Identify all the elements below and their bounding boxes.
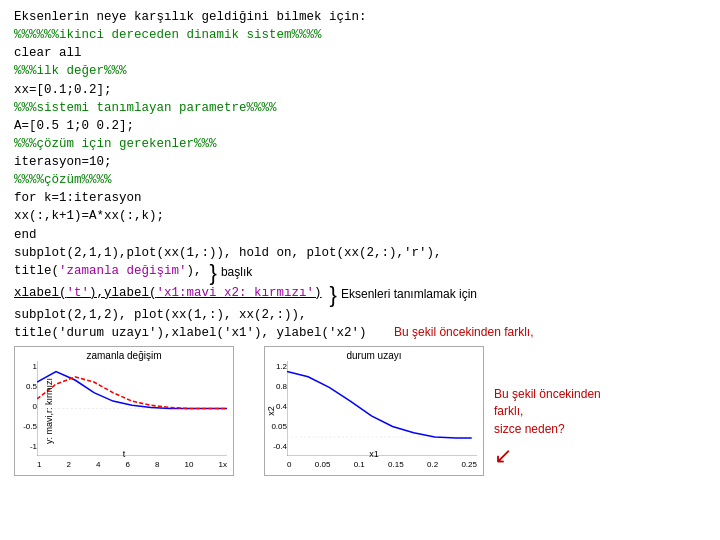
for-loop: for k=1:iterasyon (14, 191, 142, 205)
plot2-svg (287, 361, 477, 456)
title-string: 'zamanla değişim' (59, 264, 187, 278)
plot2-xlabel: x1 (369, 448, 379, 461)
code-block: Eksenlerin neye karşılık geldiğini bilme… (14, 8, 706, 342)
code-line12: end (14, 226, 706, 244)
code-line16: subplot(2,1,2), plot(xx(1,:), xx(2,:)), (14, 306, 706, 324)
comment1: %%%%%%ikinci dereceden dinamik sistem%%%… (14, 28, 322, 42)
subplot2-title: title('durum uzayı'),xlabel('x1'), ylabe… (14, 326, 367, 340)
eksen-annotation: } Eksenleri tanımlamak için (330, 284, 477, 306)
code-line1: %%%%%%ikinci dereceden dinamik sistem%%%… (14, 26, 706, 44)
comment9: %%%%çözüm%%%% (14, 173, 112, 187)
comment3: %%%ilk değer%%% (14, 64, 127, 78)
ylabel-close: ) (314, 286, 322, 300)
intro-line: Eksenlerin neye karşılık geldiğini bilme… (14, 8, 706, 26)
plot1: zamanla değişim 1 0.5 0 -0.5 -1 1 2 (14, 346, 234, 476)
main-content: Eksenlerin neye karşılık geldiğini bilme… (0, 0, 720, 484)
code-line17-wrapper: title('durum uzayı'),xlabel('x1'), ylabe… (14, 324, 706, 342)
eksen-label: Eksenleri tanımlamak için (341, 286, 477, 303)
plots-row: zamanla değişim 1 0.5 0 -0.5 -1 1 2 (14, 346, 706, 476)
xlabel-call: xlabel('t'),ylabel( (14, 286, 157, 300)
code-line6: A=[0.5 1;0 0.2]; (14, 117, 706, 135)
code-line15: xlabel('t'),ylabel('x1:mavi x2: kırmızı'… (14, 284, 322, 302)
intro-text: Eksenlerin neye karşılık geldiğini bilme… (14, 10, 367, 24)
comment5: %%%sistemi tanımlayan parametre%%%% (14, 101, 277, 115)
code-line15-wrapper: xlabel('t'),ylabel('x1:mavi x2: kırmızı'… (14, 284, 706, 306)
subplot1-plot: subplot(2,1,1),plot(xx(1,:)), hold on, p… (14, 246, 442, 260)
baslik-label: başlık (221, 264, 252, 281)
code-line2: clear all (14, 44, 706, 62)
title-call-open: title( (14, 264, 59, 278)
baslik-annotation: } başlık (210, 262, 253, 284)
code-line14-wrapper: title('zamanla değişim'), } başlık (14, 262, 706, 284)
code-line9: %%%%çözüm%%%% (14, 171, 706, 189)
arrow-down-icon: ↙ (494, 440, 624, 472)
brace-icon: } (210, 262, 217, 284)
end-keyword: end (14, 228, 37, 242)
code-line5: %%%sistemi tanımlayan parametre%%%% (14, 99, 706, 117)
code-line3: %%%ilk değer%%% (14, 62, 706, 80)
code-line7: %%%çözüm için gerekenler%%% (14, 135, 706, 153)
xlabel-close: ),ylabel( (89, 286, 157, 300)
A-matrix: A=[0.5 1;0 0.2]; (14, 119, 134, 133)
xx-update: xx(:,k+1)=A*xx(:,k); (14, 209, 164, 223)
plot1-yticks: 1 0.5 0 -0.5 -1 (17, 361, 37, 453)
ylabel-call: 'x1:mavi x2: kırmızı') (157, 286, 322, 300)
code-line8: iterasyon=10; (14, 153, 706, 171)
ylabel-string: 'x1:mavi x2: kırmızı' (157, 286, 315, 300)
xlabel-open: xlabel( (14, 286, 67, 300)
farkli-annotation: Bu şekil öncekinden farklı, (394, 325, 533, 339)
plot1-ylabel: y: mavi,r: kırmızı (43, 378, 56, 444)
brace2-icon: } (330, 284, 337, 306)
iterasyon: iterasyon=10; (14, 155, 112, 169)
plot2-ylabel: x2 (265, 406, 278, 416)
comment7: %%%çözüm için gerekenler%%% (14, 137, 217, 151)
code-line13: subplot(2,1,1),plot(xx(1,:)), hold on, p… (14, 244, 706, 262)
code-line10: for k=1:iterasyon (14, 189, 706, 207)
plot1-xlabel: t (123, 448, 126, 461)
xlabel-t: 't' (67, 286, 90, 300)
title-call-close: ), (187, 264, 202, 278)
plot2: durum uzayı 1.2 0.8 0.4 0.05 -0.4 0 0.05… (264, 346, 484, 476)
plot1-xticks: 1 2 4 6 8 10 1x (37, 459, 227, 471)
plot2-xticks: 0 0.05 0.1 0.15 0.2 0.25 (287, 459, 477, 471)
farkli-right-annotation: Bu şekil öncekinden farklı, sizce neden?… (494, 386, 624, 472)
code-line4: xx=[0.1;0.2]; (14, 81, 706, 99)
subplot2-plot: subplot(2,1,2), plot(xx(1,:), xx(2,:)), (14, 308, 307, 322)
code-line14: title('zamanla değişim'), (14, 262, 202, 280)
code-line11: xx(:,k+1)=A*xx(:,k); (14, 207, 706, 225)
clear-all-text[interactable]: clear all (14, 46, 82, 60)
xx-init: xx=[0.1;0.2]; (14, 83, 112, 97)
plot1-svg (37, 361, 227, 456)
